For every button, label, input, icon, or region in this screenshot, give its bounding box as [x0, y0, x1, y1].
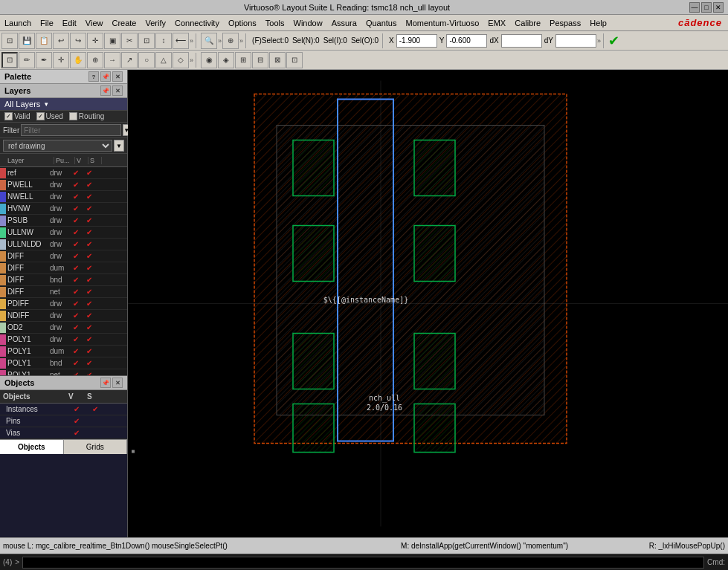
menu-pespass[interactable]: Pespass — [545, 15, 585, 30]
tb2-arr[interactable]: → — [104, 52, 120, 68]
layer-v-check[interactable]: ✔ — [69, 204, 83, 213]
obj-row-instances[interactable]: Instances ✔ ✔ — [0, 404, 127, 415]
menu-view[interactable]: View — [81, 15, 108, 30]
menu-quantus[interactable]: Quantus — [361, 15, 402, 30]
menu-verify[interactable]: Verify — [141, 15, 170, 30]
routing-checkbox-label[interactable]: Routing — [69, 112, 104, 120]
menu-options[interactable]: Options — [224, 15, 261, 30]
layer-s-check[interactable]: ✔ — [83, 311, 96, 320]
obj-instances-s[interactable]: ✔ — [86, 405, 104, 413]
layer-s-check[interactable]: ✔ — [83, 335, 96, 343]
menu-momentum[interactable]: Momentum-Virtuoso — [402, 15, 484, 30]
tb-back[interactable]: ⟵ — [173, 33, 189, 49]
tb2-b1[interactable]: ◉ — [201, 52, 217, 68]
close-button[interactable]: ✕ — [713, 2, 724, 13]
layer-row-15[interactable]: POLY1 dum ✔ ✔ — [0, 346, 127, 357]
obj-row-vias[interactable]: Vias ✔ — [0, 427, 127, 439]
layer-v-check[interactable]: ✔ — [69, 323, 83, 331]
layers-pin[interactable]: 📌 — [100, 85, 111, 96]
layer-row-12[interactable]: NDIFF drw ✔ ✔ — [0, 310, 127, 322]
layer-row-13[interactable]: OD2 drw ✔ ✔ — [0, 322, 127, 334]
layer-row-3[interactable]: HVNW drw ✔ ✔ — [0, 203, 127, 215]
layer-row-14[interactable]: POLY1 drw ✔ ✔ — [0, 334, 127, 346]
tb-new[interactable]: ⊡ — [1, 33, 18, 49]
tb-confirm[interactable]: ✔ — [608, 33, 619, 49]
used-checkbox-label[interactable]: ✓ Used — [36, 112, 63, 120]
tb2-b4[interactable]: ⊟ — [252, 52, 268, 68]
tb-rect[interactable]: ▣ — [104, 33, 120, 49]
layer-row-1[interactable]: PWELL drw ✔ ✔ — [0, 179, 127, 191]
valid-checkbox-label[interactable]: ✓ Valid — [4, 112, 30, 120]
tb2-b6[interactable]: ⊡ — [286, 52, 303, 68]
filter-input[interactable] — [21, 124, 121, 136]
layer-row-2[interactable]: NWELL drw ✔ ✔ — [0, 191, 127, 203]
tb-undo[interactable]: ↩ — [53, 33, 69, 49]
all-layers-row[interactable]: All Layers ▼ — [0, 98, 127, 111]
col-layer-header[interactable]: Layer — [6, 157, 54, 164]
layer-row-7[interactable]: DIFF drw ✔ ✔ — [0, 250, 127, 262]
tb-select[interactable]: ⊡ — [138, 33, 155, 49]
valid-checkbox[interactable]: ✓ — [4, 112, 13, 120]
tb-cut[interactable]: ✂ — [121, 33, 138, 49]
layer-s-check[interactable]: ✔ — [83, 323, 96, 331]
layer-s-check[interactable]: ✔ — [83, 228, 96, 236]
layer-row-16[interactable]: POLY1 bnd ✔ ✔ — [0, 357, 127, 369]
layer-v-check[interactable]: ✔ — [69, 252, 83, 260]
cmd-input[interactable] — [22, 557, 704, 569]
objects-close[interactable]: ✕ — [112, 378, 123, 388]
tb2-select[interactable]: ⊡ — [1, 52, 18, 68]
layer-row-6[interactable]: ULLNLDD drw ✔ ✔ — [0, 239, 127, 250]
tb-expand-2[interactable]: » — [218, 37, 222, 45]
tb2-pencil[interactable]: ✒ — [36, 52, 52, 68]
tb-zoom[interactable]: 🔍 — [201, 33, 217, 49]
ref-drawing-dropdown[interactable]: ▼ — [114, 140, 124, 152]
dy-coord[interactable] — [555, 34, 596, 48]
palette-help[interactable]: ? — [88, 71, 99, 82]
layer-v-check[interactable]: ✔ — [69, 181, 83, 189]
layer-v-check[interactable]: ✔ — [69, 288, 83, 296]
layer-v-check[interactable]: ✔ — [69, 311, 83, 320]
layer-row-11[interactable]: PDIFF drw ✔ ✔ — [0, 298, 127, 310]
tb-save[interactable]: 💾 — [19, 33, 35, 49]
obj-vias-v[interactable]: ✔ — [67, 429, 86, 437]
layer-s-check[interactable]: ✔ — [83, 288, 96, 296]
palette-close[interactable]: ✕ — [112, 71, 123, 82]
layer-s-check[interactable]: ✔ — [83, 347, 96, 355]
tb2-b2[interactable]: ◈ — [218, 52, 234, 68]
layer-v-check[interactable]: ✔ — [69, 192, 83, 201]
menu-calibre[interactable]: Calibre — [510, 15, 545, 30]
tb-move[interactable]: ↕ — [155, 33, 172, 49]
menu-create[interactable]: Create — [107, 15, 141, 30]
menu-tools[interactable]: Tools — [261, 15, 289, 30]
tb2-circ[interactable]: ○ — [138, 52, 155, 68]
layer-v-check[interactable]: ✔ — [69, 169, 83, 177]
tb2-zoom2[interactable]: ⊕ — [87, 52, 103, 68]
menu-window[interactable]: Window — [289, 15, 327, 30]
tb2-arr2[interactable]: ↗ — [121, 52, 138, 68]
col-v-header[interactable]: V — [75, 157, 88, 164]
menu-emx[interactable]: EMX — [483, 15, 510, 30]
tb-add[interactable]: ✛ — [87, 33, 103, 49]
tab-grids[interactable]: Grids — [64, 440, 128, 454]
col-s-header[interactable]: S — [88, 157, 102, 164]
menu-connectivity[interactable]: Connectivity — [170, 15, 224, 30]
layer-s-check[interactable]: ✔ — [83, 192, 96, 201]
layer-s-check[interactable]: ✔ — [83, 359, 96, 367]
layer-v-check[interactable]: ✔ — [69, 347, 83, 355]
menu-help[interactable]: Help — [585, 15, 611, 30]
tb2-b5[interactable]: ⊠ — [269, 52, 286, 68]
palette-pin[interactable]: 📌 — [100, 71, 111, 82]
used-checkbox[interactable]: ✓ — [36, 112, 45, 120]
layer-s-check[interactable]: ✔ — [83, 264, 96, 272]
menu-file[interactable]: File — [36, 15, 58, 30]
tb-fit[interactable]: ⊕ — [222, 33, 239, 49]
obj-pins-v[interactable]: ✔ — [67, 417, 86, 425]
layer-row-9[interactable]: DIFF bnd ✔ ✔ — [0, 274, 127, 286]
layer-s-check[interactable]: ✔ — [83, 169, 96, 177]
layer-v-check[interactable]: ✔ — [69, 216, 83, 224]
layer-v-check[interactable]: ✔ — [69, 264, 83, 272]
tb2-diamond[interactable]: ◇ — [173, 52, 189, 68]
routing-checkbox[interactable] — [69, 112, 77, 120]
col-purpose-header[interactable]: Pu... — [54, 157, 75, 164]
minimize-button[interactable]: — — [689, 2, 700, 13]
